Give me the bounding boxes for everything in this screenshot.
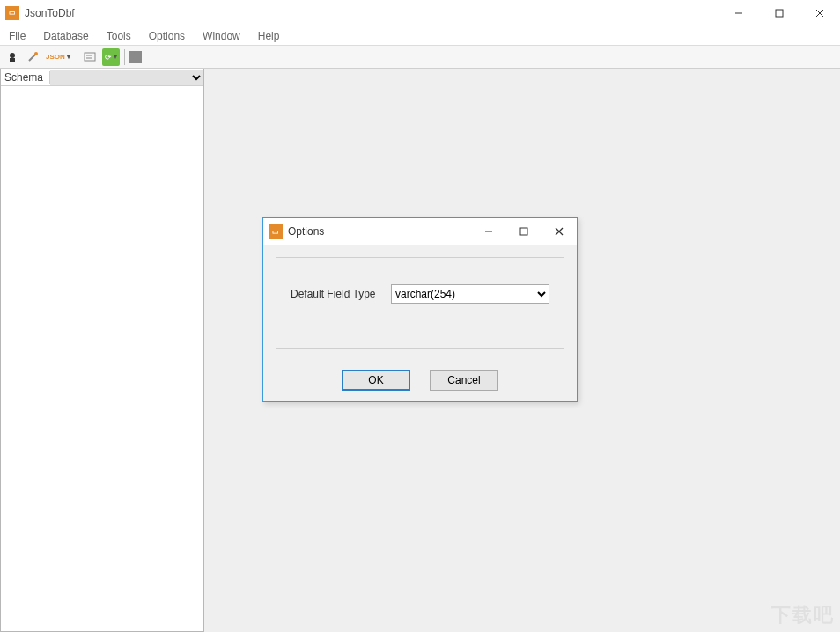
stop-icon[interactable] (129, 51, 142, 63)
toolbar-separator (77, 49, 77, 65)
export-icon[interactable]: ⟳ (102, 48, 120, 66)
query-icon[interactable] (82, 48, 99, 66)
window-title: JsonToDbf (25, 7, 75, 19)
svg-rect-1 (776, 10, 783, 17)
window-controls (718, 0, 840, 26)
watermark: 下载吧 (771, 602, 835, 628)
svg-point-4 (10, 53, 15, 58)
dialog-buttons: OK Cancel (263, 361, 577, 401)
dialog-window-controls (471, 218, 577, 245)
wizard-icon[interactable] (4, 48, 21, 66)
schema-panel: Schema (0, 69, 204, 632)
close-button[interactable] (799, 0, 840, 26)
options-dialog: ▭ Options Default Field Type varchar(254… (262, 217, 578, 402)
menu-database[interactable]: Database (34, 28, 97, 44)
menu-help[interactable]: Help (249, 28, 289, 44)
connect-icon[interactable] (24, 48, 41, 66)
default-field-type-row: Default Field Type varchar(254) (291, 284, 549, 304)
svg-rect-5 (10, 58, 15, 62)
schema-row: Schema (1, 69, 203, 86)
svg-rect-7 (85, 53, 95, 61)
dialog-titlebar: ▭ Options (263, 218, 577, 245)
dialog-body: Default Field Type varchar(254) (263, 245, 577, 361)
menu-file[interactable]: File (5, 28, 34, 44)
svg-rect-11 (520, 228, 527, 235)
menu-tools[interactable]: Tools (98, 28, 140, 44)
toolbar: JSON ⟳ (0, 46, 840, 69)
dialog-minimize-button[interactable] (471, 218, 506, 245)
menubar: File Database Tools Options Window Help (0, 26, 840, 46)
cancel-button[interactable]: Cancel (430, 370, 498, 391)
schema-select[interactable] (50, 70, 203, 85)
options-group: Default Field Type varchar(254) (276, 257, 564, 349)
app-icon: ▭ (5, 6, 19, 20)
main-titlebar: ▭ JsonToDbf (0, 0, 840, 26)
dialog-close-button[interactable] (542, 218, 577, 245)
toolbar-separator (124, 49, 125, 65)
svg-point-6 (34, 52, 38, 55)
menu-options[interactable]: Options (140, 28, 194, 44)
app-icon: ▭ (269, 224, 283, 239)
maximize-button[interactable] (759, 0, 799, 26)
json-icon[interactable]: JSON (44, 48, 72, 66)
dialog-title: Options (288, 225, 324, 238)
default-field-type-select[interactable]: varchar(254) (391, 284, 549, 304)
default-field-type-label: Default Field Type (291, 288, 382, 300)
dialog-maximize-button[interactable] (506, 218, 542, 245)
schema-label: Schema (1, 71, 50, 84)
menu-window[interactable]: Window (194, 28, 249, 44)
ok-button[interactable]: OK (342, 370, 410, 391)
minimize-button[interactable] (718, 0, 759, 26)
